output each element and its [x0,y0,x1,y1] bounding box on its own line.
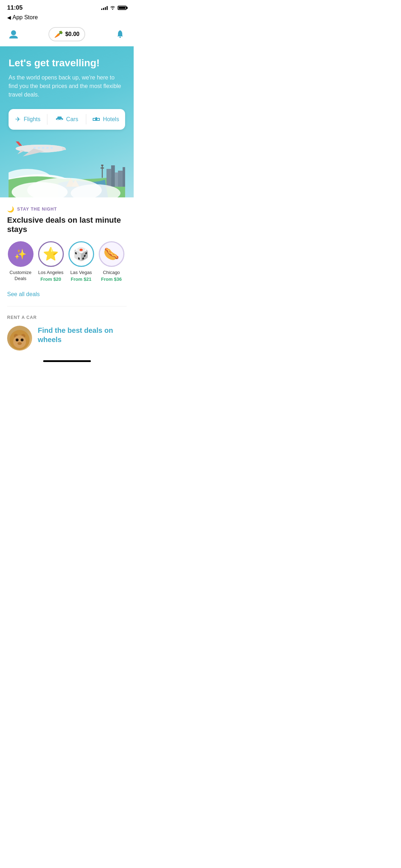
section-tag-text: STAY THE NIGHT [17,207,57,212]
battery-icon [118,6,127,10]
rent-car-illustration [7,326,32,351]
svg-rect-21 [101,167,104,169]
stay-the-night-section: 🌙 STAY THE NIGHT Exclusive deals on last… [0,197,134,306]
lv-label: Las Vegas [70,270,92,276]
svg-point-39 [17,342,22,345]
svg-rect-25 [115,172,118,187]
category-tabs: ✈ Flights Cars [9,109,125,130]
tab-hotels[interactable]: Hotels [86,110,125,128]
deal-customize[interactable]: ✨ CustomizeDeals [7,241,34,283]
wand-icon: ✨ [14,248,27,260]
status-bar: 11:05 [0,0,134,14]
bell-icon [115,29,125,39]
section-title: Exclusive deals on last minute stays [7,216,127,234]
svg-point-37 [16,339,19,341]
rent-title-line1: Find the best deals on [38,326,127,335]
svg-rect-24 [111,165,115,187]
chicago-label: Chicago [103,270,120,276]
svg-rect-22 [101,165,103,166]
tab-flights-label: Flights [24,116,40,123]
star-icon: ⭐ [43,247,59,262]
chicago-circle: 🌭 [99,241,124,267]
svg-rect-13 [46,147,48,149]
deal-chicago[interactable]: 🌭 Chicago From $36 [98,241,125,283]
svg-rect-14 [51,147,53,149]
tab-cars-label: Cars [66,116,78,123]
tab-hotels-label: Hotels [103,116,119,123]
carrot-icon: 🥕 [54,30,63,38]
la-label: Los Angeles [38,270,63,276]
status-time: 11:05 [7,4,22,11]
signal-icon [101,6,108,10]
app-store-back-label[interactable]: App Store [12,14,38,21]
hero-illustration [9,133,125,197]
rent-a-car-section: RENT A CAR Find the best deals on [0,306,134,356]
svg-point-1 [119,37,121,38]
rent-image [7,326,32,351]
back-arrow-icon: ◀ [7,15,11,20]
rent-content: Find the best deals on wheels [7,326,127,351]
status-icons [101,5,127,11]
la-circle: ⭐ [38,241,64,267]
deal-las-vegas[interactable]: 🎲 Las Vegas From $21 [68,241,94,283]
svg-point-2 [57,119,58,121]
header: 🥕 $0.00 [0,24,134,46]
airplane-illustration [12,139,69,156]
cars-icon [56,115,63,123]
section-tag: 🌙 STAY THE NIGHT [7,206,127,213]
tab-flights[interactable]: ✈ Flights [9,110,47,128]
svg-rect-12 [42,147,44,149]
svg-rect-23 [107,169,111,187]
svg-rect-7 [93,120,100,121]
notification-button[interactable] [114,28,127,41]
hotdog-icon: 🌭 [103,247,119,262]
svg-point-3 [60,119,62,121]
svg-rect-27 [123,167,125,187]
chicago-price: From $36 [101,277,122,282]
deals-row: ✨ CustomizeDeals ⭐ Los Angeles From $20 … [7,241,127,285]
hotels-icon [92,115,100,123]
customize-label: CustomizeDeals [10,270,31,282]
dice-icon: 🎲 [73,247,89,262]
lv-circle: 🎲 [68,241,94,267]
deal-los-angeles[interactable]: ⭐ Los Angeles From $20 [37,241,64,283]
lv-price: From $21 [71,277,92,282]
svg-rect-10 [34,147,36,149]
svg-rect-11 [38,147,40,149]
svg-point-36 [13,335,26,348]
content-area: 🌙 STAY THE NIGHT Exclusive deals on last… [0,197,134,357]
rent-text: Find the best deals on wheels [38,326,127,344]
home-bar [43,360,91,362]
see-all-deals-link[interactable]: See all deals [7,291,40,298]
balance-pill[interactable]: 🥕 $0.00 [48,27,85,41]
app-store-back-bar: ◀ App Store [0,14,134,24]
tab-cars[interactable]: Cars [47,110,86,128]
rent-section-tag: RENT A CAR [7,315,127,320]
wifi-icon [110,5,115,11]
hero-banner: Let's get travelling! As the world opens… [0,46,134,197]
profile-avatar-icon [8,29,19,40]
moon-icon: 🌙 [7,206,14,213]
hero-title: Let's get travelling! [9,57,125,69]
balance-amount: $0.00 [65,31,79,37]
rent-title-line2: wheels [38,335,127,344]
svg-rect-26 [118,171,123,187]
hero-subtitle: As the world opens back up, we're here t… [9,73,125,99]
la-price: From $20 [41,277,61,282]
customize-circle: ✨ [8,241,34,267]
svg-point-38 [21,339,24,341]
home-indicator [0,356,134,368]
svg-rect-20 [102,165,103,178]
flights-icon: ✈ [15,115,21,123]
svg-point-0 [11,30,16,35]
profile-button[interactable] [7,28,20,41]
